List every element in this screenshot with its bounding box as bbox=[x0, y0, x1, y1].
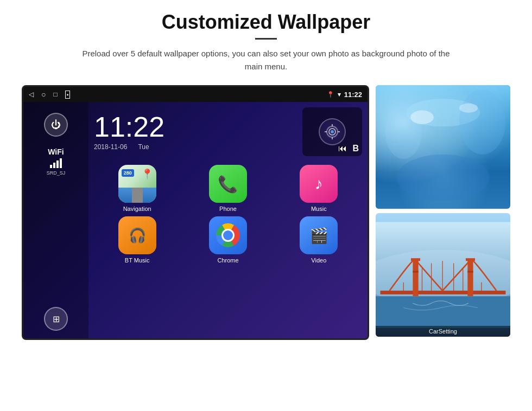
prev-track-icon[interactable]: ⏮ bbox=[338, 144, 347, 153]
navigation-app-label: Navigation bbox=[123, 206, 151, 212]
app-item-chrome[interactable]: Chrome bbox=[185, 216, 271, 264]
title-divider bbox=[255, 38, 277, 40]
media-widget[interactable]: ⏮ B bbox=[302, 107, 362, 156]
sidebar-bottom: ⊞ bbox=[44, 307, 68, 331]
clock-row: 11:22 2018-11-06 Tue bbox=[94, 107, 362, 156]
clock-date: 2018-11-06 Tue bbox=[94, 143, 149, 151]
wifi-bar-1 bbox=[50, 165, 52, 168]
sidebar-top: ⏻ WiFi SRD_SJ bbox=[44, 113, 68, 176]
app-grid: 280 📍 Navigation 📞 Phone bbox=[94, 165, 362, 264]
recents-button-icon[interactable]: □ bbox=[53, 91, 57, 98]
media-controls: ⏮ B bbox=[338, 144, 359, 153]
content-row: ◁ ○ □ ▪ 📍 ▾ 11:22 ⏻ bbox=[22, 85, 510, 340]
device-frame: ◁ ○ □ ▪ 📍 ▾ 11:22 ⏻ bbox=[22, 85, 369, 340]
svg-point-2 bbox=[331, 130, 334, 133]
power-icon: ⏻ bbox=[51, 119, 61, 131]
bt-music-app-label: BT Music bbox=[125, 257, 150, 264]
bt-music-app-icon: 🎧 bbox=[118, 216, 156, 254]
wifi-bar-4 bbox=[60, 158, 62, 168]
nav-road-graphic bbox=[132, 188, 143, 203]
music-note-icon: ♪ bbox=[315, 175, 323, 193]
wallpaper-thumbnails: CarSetting bbox=[376, 85, 510, 340]
app-item-bt-music[interactable]: 🎧 BT Music bbox=[94, 216, 180, 264]
signal-icon: ▾ bbox=[338, 91, 341, 98]
phone-app-icon: 📞 bbox=[209, 165, 247, 203]
device-right: 11:22 2018-11-06 Tue bbox=[88, 102, 368, 340]
app-item-navigation[interactable]: 280 📍 Navigation bbox=[94, 165, 180, 212]
wallpaper-thumb-ice[interactable] bbox=[376, 85, 510, 209]
wifi-ssid: SRD_SJ bbox=[47, 170, 66, 176]
clock-day-value: Tue bbox=[138, 143, 149, 151]
phone-icon: 📞 bbox=[218, 175, 238, 194]
page-container: Customized Wallpaper Preload over 5 defa… bbox=[0, 0, 532, 411]
chrome-app-label: Chrome bbox=[217, 257, 238, 264]
svg-rect-25 bbox=[467, 271, 473, 272]
wifi-bar-3 bbox=[56, 160, 59, 168]
bridge-svg bbox=[376, 213, 510, 337]
wifi-info: WiFi SRD_SJ bbox=[47, 147, 66, 176]
clock-date-value: 2018-11-06 bbox=[94, 143, 127, 151]
svg-rect-19 bbox=[381, 291, 506, 294]
video-app-icon: 🎬 bbox=[300, 216, 338, 254]
chrome-logo-svg bbox=[214, 222, 242, 249]
app-item-phone[interactable]: 📞 Phone bbox=[185, 165, 271, 212]
bridge-scene-graphic bbox=[376, 213, 510, 337]
wifi-label: WiFi bbox=[47, 147, 66, 156]
media-icon bbox=[319, 118, 346, 145]
wifi-bar-2 bbox=[53, 163, 55, 168]
power-button[interactable]: ⏻ bbox=[44, 113, 68, 137]
navigation-app-icon: 280 📍 bbox=[118, 165, 156, 203]
clapperboard-icon: 🎬 bbox=[309, 227, 328, 245]
text-b-icon[interactable]: B bbox=[352, 144, 359, 153]
app-item-music[interactable]: ♪ Music bbox=[276, 165, 362, 212]
wifi-bars bbox=[47, 158, 66, 168]
apps-button[interactable]: ⊞ bbox=[44, 307, 68, 331]
svg-point-14 bbox=[410, 110, 434, 124]
status-bar: ◁ ○ □ ▪ 📍 ▾ 11:22 bbox=[23, 87, 368, 102]
status-bar-right: 📍 ▾ 11:22 bbox=[327, 91, 362, 99]
wallpaper-thumb-bridge[interactable]: CarSetting bbox=[376, 213, 510, 337]
ice-cave-svg bbox=[376, 85, 510, 209]
back-button-icon[interactable]: ◁ bbox=[29, 91, 34, 98]
phone-app-label: Phone bbox=[219, 206, 237, 212]
svg-point-9 bbox=[223, 230, 233, 240]
nav-pin-icon: 📍 bbox=[141, 168, 153, 180]
video-app-label: Video bbox=[311, 257, 326, 264]
svg-point-13 bbox=[396, 155, 489, 201]
location-icon: 📍 bbox=[327, 91, 334, 98]
svg-point-12 bbox=[459, 89, 506, 155]
chrome-app-icon bbox=[209, 216, 247, 254]
svg-rect-21 bbox=[467, 259, 473, 296]
page-title: Customized Wallpaper bbox=[162, 11, 371, 34]
svg-point-15 bbox=[459, 104, 478, 113]
svg-rect-24 bbox=[413, 271, 418, 272]
wifi-signal-art-icon bbox=[324, 124, 340, 140]
device-sidebar: ⏻ WiFi SRD_SJ bbox=[23, 102, 88, 340]
status-bar-left: ◁ ○ □ ▪ bbox=[29, 90, 70, 99]
home-button-icon[interactable]: ○ bbox=[41, 90, 46, 99]
car-setting-label: CarSetting bbox=[376, 326, 510, 337]
page-description: Preload over 5 default wallpaper options… bbox=[76, 47, 456, 73]
nav-route-badge: 280 bbox=[122, 169, 134, 177]
clock-info: 11:22 2018-11-06 Tue bbox=[94, 113, 164, 151]
status-time: 11:22 bbox=[344, 91, 362, 99]
screenshot-icon[interactable]: ▪ bbox=[65, 91, 71, 99]
svg-rect-20 bbox=[413, 259, 418, 296]
headphone-bluetooth-icon: 🎧 bbox=[129, 227, 146, 244]
clock-time: 11:22 bbox=[94, 113, 164, 141]
apps-grid-icon: ⊞ bbox=[53, 314, 60, 324]
device-main: ⏻ WiFi SRD_SJ bbox=[23, 102, 368, 340]
music-app-icon: ♪ bbox=[300, 165, 338, 203]
app-item-video[interactable]: 🎬 Video bbox=[276, 216, 362, 264]
music-app-label: Music bbox=[311, 206, 327, 212]
